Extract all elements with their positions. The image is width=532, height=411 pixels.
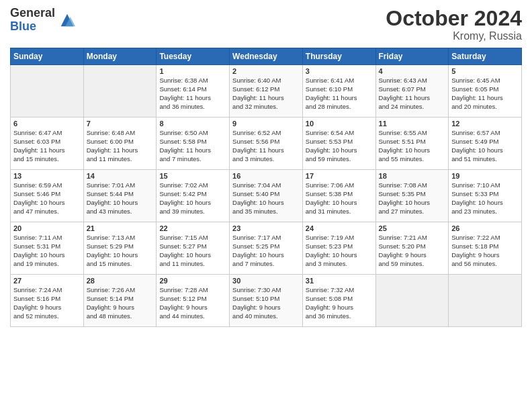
day-number: 2 — [232, 67, 300, 75]
day-cell: 8Sunrise: 6:50 AM Sunset: 5:58 PM Daylig… — [157, 118, 230, 170]
day-number: 26 — [451, 224, 519, 232]
day-info: Sunrise: 7:15 AM Sunset: 5:27 PM Dayligh… — [159, 234, 226, 268]
logo-general-text: General — [10, 7, 55, 20]
day-number: 25 — [379, 224, 446, 232]
header: General Blue October 2024 Kromy, Russia — [10, 7, 522, 42]
day-number: 5 — [451, 67, 519, 75]
main-container: General Blue October 2024 Kromy, Russia … — [0, 0, 532, 334]
day-number: 27 — [13, 277, 81, 285]
day-number: 21 — [87, 224, 154, 232]
day-cell: 4Sunrise: 6:43 AM Sunset: 6:07 PM Daylig… — [375, 65, 449, 118]
week-row-3: 13Sunrise: 6:59 AM Sunset: 5:46 PM Dayli… — [11, 170, 522, 222]
day-cell: 21Sunrise: 7:13 AM Sunset: 5:29 PM Dayli… — [83, 222, 157, 275]
day-cell: 29Sunrise: 7:28 AM Sunset: 5:12 PM Dayli… — [157, 275, 230, 327]
week-row-2: 6Sunrise: 6:47 AM Sunset: 6:03 PM Daylig… — [11, 118, 522, 170]
day-info: Sunrise: 6:57 AM Sunset: 5:49 PM Dayligh… — [451, 129, 519, 163]
day-number: 31 — [306, 277, 373, 285]
col-friday: Friday — [375, 48, 449, 65]
logo: General Blue — [10, 7, 77, 34]
day-cell — [449, 275, 522, 327]
day-cell: 31Sunrise: 7:32 AM Sunset: 5:08 PM Dayli… — [302, 275, 375, 327]
day-info: Sunrise: 6:48 AM Sunset: 6:00 PM Dayligh… — [87, 129, 154, 163]
day-info: Sunrise: 6:45 AM Sunset: 6:05 PM Dayligh… — [451, 77, 519, 111]
col-wednesday: Wednesday — [230, 48, 303, 65]
month-year-title: October 2024 — [386, 7, 522, 30]
col-sunday: Sunday — [11, 48, 84, 65]
day-number: 7 — [87, 120, 154, 128]
day-info: Sunrise: 7:01 AM Sunset: 5:44 PM Dayligh… — [87, 181, 154, 216]
day-cell: 28Sunrise: 7:26 AM Sunset: 5:14 PM Dayli… — [83, 275, 157, 327]
day-number: 28 — [87, 277, 154, 285]
week-row-1: 1Sunrise: 6:38 AM Sunset: 6:14 PM Daylig… — [11, 65, 522, 118]
day-number: 22 — [159, 224, 226, 232]
logo-blue-text: Blue — [10, 20, 55, 34]
week-row-4: 20Sunrise: 7:11 AM Sunset: 5:31 PM Dayli… — [11, 222, 522, 275]
day-info: Sunrise: 7:32 AM Sunset: 5:08 PM Dayligh… — [306, 286, 373, 320]
day-number: 19 — [451, 172, 519, 180]
day-cell: 11Sunrise: 6:55 AM Sunset: 5:51 PM Dayli… — [375, 118, 449, 170]
day-info: Sunrise: 7:24 AM Sunset: 5:16 PM Dayligh… — [13, 286, 81, 320]
day-cell: 17Sunrise: 7:06 AM Sunset: 5:38 PM Dayli… — [302, 170, 375, 222]
day-number: 30 — [232, 277, 300, 285]
day-cell: 6Sunrise: 6:47 AM Sunset: 6:03 PM Daylig… — [11, 118, 84, 170]
day-info: Sunrise: 6:40 AM Sunset: 6:12 PM Dayligh… — [232, 77, 300, 111]
day-info: Sunrise: 7:10 AM Sunset: 5:33 PM Dayligh… — [451, 181, 519, 216]
day-number: 6 — [13, 120, 81, 128]
calendar-table: Sunday Monday Tuesday Wednesday Thursday… — [10, 48, 522, 327]
day-number: 12 — [451, 120, 519, 128]
col-saturday: Saturday — [449, 48, 522, 65]
day-cell: 2Sunrise: 6:40 AM Sunset: 6:12 PM Daylig… — [230, 65, 303, 118]
day-number: 20 — [13, 224, 81, 232]
day-cell — [375, 275, 449, 327]
day-number: 15 — [159, 172, 226, 180]
day-cell: 24Sunrise: 7:19 AM Sunset: 5:23 PM Dayli… — [302, 222, 375, 275]
day-cell: 25Sunrise: 7:21 AM Sunset: 5:20 PM Dayli… — [375, 222, 449, 275]
day-number: 11 — [379, 120, 446, 128]
day-info: Sunrise: 7:11 AM Sunset: 5:31 PM Dayligh… — [13, 234, 81, 268]
day-info: Sunrise: 7:28 AM Sunset: 5:12 PM Dayligh… — [159, 286, 226, 320]
col-thursday: Thursday — [302, 48, 375, 65]
day-cell: 15Sunrise: 7:02 AM Sunset: 5:42 PM Dayli… — [157, 170, 230, 222]
day-info: Sunrise: 7:13 AM Sunset: 5:29 PM Dayligh… — [87, 234, 154, 268]
day-cell: 19Sunrise: 7:10 AM Sunset: 5:33 PM Dayli… — [449, 170, 522, 222]
col-tuesday: Tuesday — [157, 48, 230, 65]
day-cell — [11, 65, 84, 118]
day-info: Sunrise: 7:04 AM Sunset: 5:40 PM Dayligh… — [232, 181, 300, 216]
day-number: 23 — [232, 224, 300, 232]
day-cell: 9Sunrise: 6:52 AM Sunset: 5:56 PM Daylig… — [230, 118, 303, 170]
day-number: 17 — [306, 172, 373, 180]
day-cell: 20Sunrise: 7:11 AM Sunset: 5:31 PM Dayli… — [11, 222, 84, 275]
day-cell: 5Sunrise: 6:45 AM Sunset: 6:05 PM Daylig… — [449, 65, 522, 118]
day-number: 9 — [232, 120, 300, 128]
week-row-5: 27Sunrise: 7:24 AM Sunset: 5:16 PM Dayli… — [11, 275, 522, 327]
day-cell: 26Sunrise: 7:22 AM Sunset: 5:18 PM Dayli… — [449, 222, 522, 275]
day-info: Sunrise: 7:19 AM Sunset: 5:23 PM Dayligh… — [306, 234, 373, 268]
day-number: 10 — [306, 120, 373, 128]
header-row: Sunday Monday Tuesday Wednesday Thursday… — [11, 48, 522, 65]
col-monday: Monday — [83, 48, 157, 65]
day-info: Sunrise: 6:59 AM Sunset: 5:46 PM Dayligh… — [13, 181, 81, 216]
title-block: October 2024 Kromy, Russia — [386, 7, 522, 42]
day-info: Sunrise: 7:06 AM Sunset: 5:38 PM Dayligh… — [306, 181, 373, 216]
day-number: 3 — [306, 67, 373, 75]
day-number: 1 — [159, 67, 226, 75]
day-cell: 30Sunrise: 7:30 AM Sunset: 5:10 PM Dayli… — [230, 275, 303, 327]
day-cell: 3Sunrise: 6:41 AM Sunset: 6:10 PM Daylig… — [302, 65, 375, 118]
day-info: Sunrise: 6:41 AM Sunset: 6:10 PM Dayligh… — [306, 77, 373, 111]
day-cell: 12Sunrise: 6:57 AM Sunset: 5:49 PM Dayli… — [449, 118, 522, 170]
day-info: Sunrise: 6:43 AM Sunset: 6:07 PM Dayligh… — [379, 77, 446, 111]
day-cell: 14Sunrise: 7:01 AM Sunset: 5:44 PM Dayli… — [83, 170, 157, 222]
day-info: Sunrise: 6:47 AM Sunset: 6:03 PM Dayligh… — [13, 129, 81, 163]
day-cell: 7Sunrise: 6:48 AM Sunset: 6:00 PM Daylig… — [83, 118, 157, 170]
day-info: Sunrise: 6:50 AM Sunset: 5:58 PM Dayligh… — [159, 129, 226, 163]
day-info: Sunrise: 6:52 AM Sunset: 5:56 PM Dayligh… — [232, 129, 300, 163]
day-cell: 10Sunrise: 6:54 AM Sunset: 5:53 PM Dayli… — [302, 118, 375, 170]
day-info: Sunrise: 6:38 AM Sunset: 6:14 PM Dayligh… — [159, 77, 226, 111]
day-info: Sunrise: 7:17 AM Sunset: 5:25 PM Dayligh… — [232, 234, 300, 268]
day-number: 24 — [306, 224, 373, 232]
day-number: 16 — [232, 172, 300, 180]
day-number: 8 — [159, 120, 226, 128]
day-number: 18 — [379, 172, 446, 180]
day-info: Sunrise: 6:55 AM Sunset: 5:51 PM Dayligh… — [379, 129, 446, 163]
day-cell: 22Sunrise: 7:15 AM Sunset: 5:27 PM Dayli… — [157, 222, 230, 275]
